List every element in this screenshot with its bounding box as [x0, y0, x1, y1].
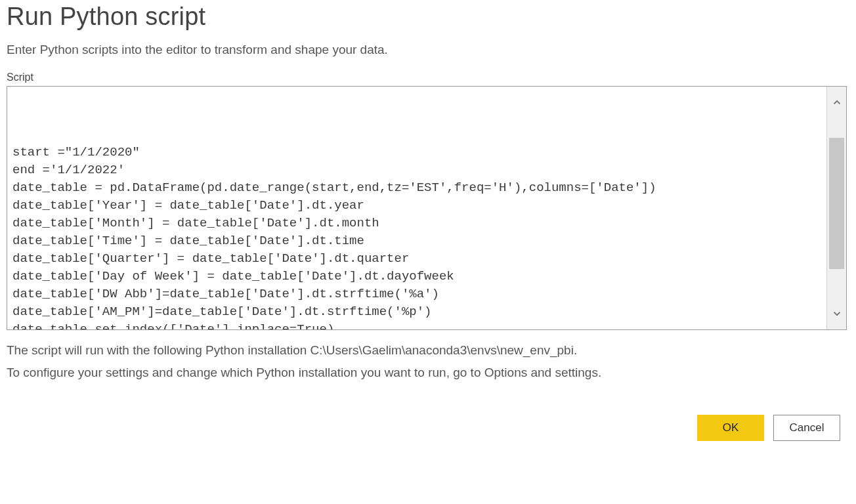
- scroll-thumb[interactable]: [829, 138, 844, 269]
- script-field-label: Script: [7, 72, 849, 83]
- run-python-script-dialog: Run Python script Enter Python scripts i…: [0, 3, 856, 448]
- scroll-up-button[interactable]: [827, 87, 846, 118]
- script-editor-textarea[interactable]: start ="1/1/2020"end ='1/1/2022'date_tab…: [7, 87, 826, 329]
- scroll-track[interactable]: [827, 118, 846, 298]
- code-line: date_table = pd.DataFrame(pd.date_range(…: [12, 179, 821, 197]
- script-editor[interactable]: start ="1/1/2020"end ='1/1/2022'date_tab…: [7, 86, 847, 330]
- python-settings-hint: To configure your settings and change wh…: [7, 363, 849, 383]
- code-line: date_table['Day of Week'] = date_table['…: [12, 268, 821, 285]
- cancel-button[interactable]: Cancel: [773, 415, 840, 441]
- dialog-title: Run Python script: [7, 3, 849, 31]
- python-install-info: The script will run with the following P…: [7, 341, 849, 360]
- code-line: date_table['Quarter'] = date_table['Date…: [12, 250, 821, 268]
- vertical-scrollbar[interactable]: [826, 87, 846, 329]
- chevron-up-icon: [831, 96, 843, 108]
- scroll-down-button[interactable]: [827, 298, 846, 329]
- code-line: date_table['Time'] = date_table['Date'].…: [12, 232, 821, 250]
- dialog-button-row: OK Cancel: [7, 415, 849, 441]
- dialog-subtitle: Enter Python scripts into the editor to …: [7, 43, 849, 57]
- code-line: date_table.set_index(['Date'],inplace=Tr…: [12, 321, 821, 329]
- code-line: date_table['Year'] = date_table['Date'].…: [12, 197, 821, 215]
- chevron-down-icon: [831, 308, 843, 320]
- code-line: date_table['AM_PM']=date_table['Date'].d…: [12, 303, 821, 321]
- code-line: end ='1/1/2022': [12, 161, 821, 179]
- code-line: date_table['Month'] = date_table['Date']…: [12, 215, 821, 232]
- code-line: start ="1/1/2020": [12, 144, 821, 161]
- ok-button[interactable]: OK: [697, 415, 764, 441]
- code-line: date_table['DW Abb']=date_table['Date'].…: [12, 285, 821, 303]
